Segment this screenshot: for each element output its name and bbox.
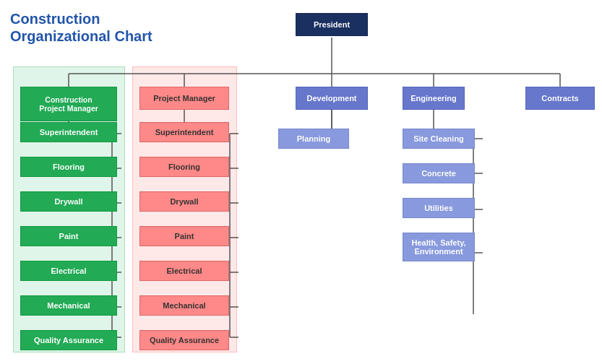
pink-flooring: Flooring [139,157,229,177]
site-cleaning-box: Site Cleaning [403,129,475,149]
pink-paint: Paint [139,226,229,246]
title-line2: Organizational Chart [10,28,152,44]
chart-title: Construction Organizational Chart [10,10,152,45]
green-paint: Paint [20,226,117,246]
utilities-box: Utilities [403,198,475,218]
green-flooring: Flooring [20,157,117,177]
pm-box: Project Manager [139,87,229,110]
green-mechanical: Mechanical [20,295,117,316]
pink-drywall: Drywall [139,191,229,212]
green-electrical: Electrical [20,261,117,281]
cpm-box: ConstructionProject Manager [20,87,117,121]
contracts-box: Contracts [525,87,595,110]
title-line1: Construction [10,11,100,27]
pink-electrical: Electrical [139,261,229,281]
green-qa: Quality Assurance [20,330,117,350]
president-box: President [296,13,368,36]
pink-superintendent: Superintendent [139,122,229,142]
dev-box: Development [296,87,368,110]
pink-mechanical: Mechanical [139,295,229,316]
green-superintendent: Superintendent [20,122,117,142]
hse-box: Health, Safety,Environment [403,233,475,261]
green-drywall: Drywall [20,191,117,212]
planning-box: Planning [278,129,349,149]
pink-qa: Quality Assurance [139,330,229,350]
chart-container: Construction Organizational Chart [0,0,602,364]
eng-box: Engineering [403,87,465,110]
concrete-box: Concrete [403,163,475,183]
